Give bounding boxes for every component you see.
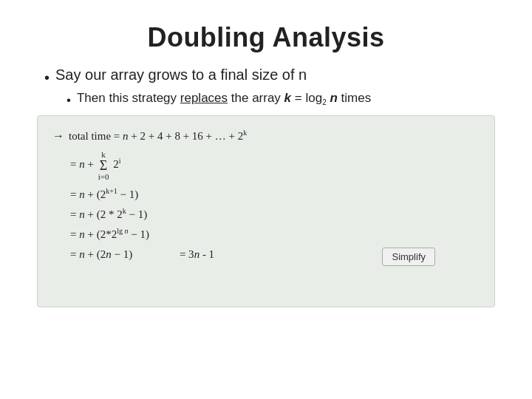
- main-bullet: • Say our array grows to a final size of…: [44, 66, 495, 86]
- sub-bullet-text: Then this strategy replaces the array k …: [77, 91, 371, 106]
- math-line-1: → total time = n + 2 + 4 + 8 + 16 + … + …: [52, 129, 477, 143]
- main-bullet-text: Say our array grows to a final size of n: [55, 66, 307, 83]
- math-line-5: = n + (2*2lg n − 1): [52, 228, 477, 241]
- slide: Doubling Analysis • Say our array grows …: [0, 0, 532, 399]
- sub-bullet: • Then this strategy replaces the array …: [66, 91, 495, 108]
- math-line-4: = n + (2 * 2k − 1): [52, 208, 477, 221]
- math-line-2: = n + k Σ i=0 2i: [52, 150, 477, 181]
- bullet-dot-sub: •: [66, 93, 71, 108]
- math-box: → total time = n + 2 + 4 + 8 + 16 + … + …: [37, 115, 495, 307]
- bullet-dot-main: •: [44, 69, 50, 86]
- simplify-button[interactable]: Simplify: [382, 248, 435, 266]
- arrow-icon: →: [52, 129, 64, 143]
- slide-title: Doubling Analysis: [37, 22, 495, 53]
- math-line-3: = n + (2k+1 − 1): [52, 188, 477, 201]
